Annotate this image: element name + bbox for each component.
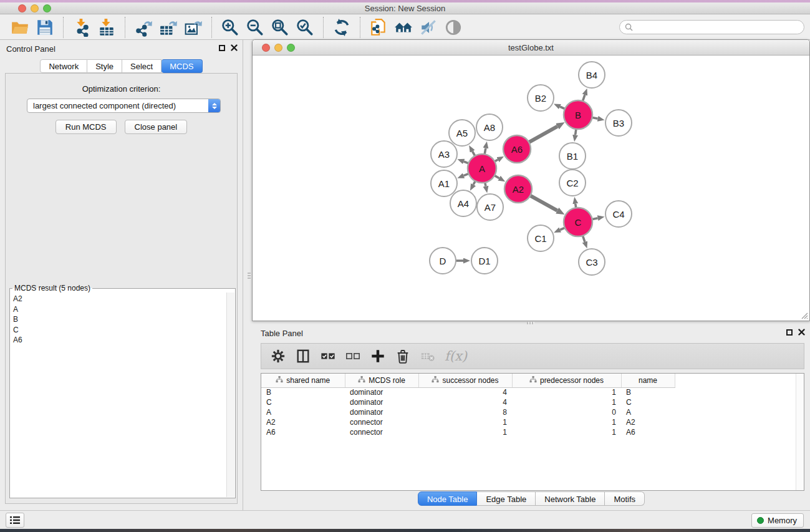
- tab-network-table[interactable]: Network Table: [536, 491, 605, 506]
- network-graph[interactable]: ABCA6A2A1A3A4A5A7A8B1B2B3B4C1C2C3C4DD1: [253, 56, 809, 321]
- node-C[interactable]: C: [564, 208, 592, 236]
- import-table-button[interactable]: [94, 16, 119, 39]
- node-C1[interactable]: C1: [528, 225, 554, 251]
- node-A6[interactable]: A6: [503, 135, 531, 163]
- cell-name[interactable]: B: [621, 387, 675, 397]
- node-B[interactable]: B: [564, 100, 592, 129]
- cell-shared-name[interactable]: B: [261, 387, 345, 397]
- cell-predecessor-nodes[interactable]: 1: [512, 427, 621, 437]
- result-list-scrollbar[interactable]: [226, 293, 234, 497]
- result-list-item[interactable]: C: [13, 325, 226, 336]
- minimize-window-button[interactable]: [31, 4, 39, 12]
- cell-shared-name[interactable]: A6: [261, 427, 345, 437]
- panel-divider-grip[interactable]: [248, 273, 251, 280]
- cell-shared-name[interactable]: A: [261, 407, 345, 417]
- node-C4[interactable]: C4: [605, 201, 632, 227]
- node-A8[interactable]: A8: [476, 114, 503, 140]
- cell-successor-nodes[interactable]: 4: [418, 387, 512, 397]
- node-A[interactable]: A: [468, 154, 496, 183]
- cell-name[interactable]: A6: [621, 427, 675, 437]
- node-B1[interactable]: B1: [559, 143, 586, 169]
- cell-MCDS-role[interactable]: dominator: [345, 407, 418, 417]
- edge-A2-C[interactable]: [529, 195, 557, 211]
- tab-node-table[interactable]: Node Table: [418, 491, 478, 506]
- titlebar[interactable]: Session: New Session: [0, 2, 810, 14]
- cell-predecessor-nodes[interactable]: 1: [512, 397, 621, 407]
- result-list-item[interactable]: A: [13, 304, 226, 315]
- tab-select[interactable]: Select: [122, 59, 162, 73]
- close-window-button[interactable]: [18, 4, 26, 12]
- zoom-fit-button[interactable]: [268, 16, 292, 39]
- zoom-in-button[interactable]: [218, 16, 243, 39]
- close-panel-icon[interactable]: [231, 44, 238, 51]
- run-mcds-button[interactable]: Run MCDS: [55, 120, 117, 134]
- table-row[interactable]: Bdominator41B: [261, 387, 804, 397]
- clone-network-button[interactable]: [366, 16, 391, 39]
- tab-style[interactable]: Style: [87, 59, 122, 73]
- tab-mcds[interactable]: MCDS: [162, 59, 202, 73]
- select-all-button[interactable]: [317, 346, 339, 367]
- float-panel-icon[interactable]: [786, 329, 793, 336]
- export-table-button[interactable]: [156, 16, 181, 39]
- node-B4[interactable]: B4: [579, 62, 605, 88]
- node-A1[interactable]: A1: [431, 170, 457, 196]
- result-list-item[interactable]: A6: [13, 335, 226, 346]
- optimization-criterion-dropdown[interactable]: largest connected component (directed): [27, 99, 221, 113]
- table-row[interactable]: Adominator80A: [261, 407, 804, 417]
- float-panel-icon[interactable]: [219, 45, 225, 51]
- refresh-button[interactable]: [329, 16, 354, 39]
- zoom-out-button[interactable]: [243, 16, 268, 39]
- tab-edge-table[interactable]: Edge Table: [477, 491, 536, 506]
- node-D[interactable]: D: [430, 248, 456, 274]
- network-window-titlebar[interactable]: testGlobe.txt: [253, 40, 809, 56]
- export-network-button[interactable]: [131, 16, 156, 39]
- open-session-button[interactable]: [7, 16, 32, 39]
- cell-successor-nodes[interactable]: 1: [418, 417, 512, 427]
- zoom-window-button[interactable]: [43, 4, 51, 12]
- node-B3[interactable]: B3: [605, 110, 632, 136]
- cell-predecessor-nodes[interactable]: 1: [512, 387, 621, 397]
- panel-menu-button[interactable]: [6, 513, 24, 528]
- table-row[interactable]: A6connector11A6: [261, 427, 804, 437]
- cell-MCDS-role[interactable]: connector: [345, 417, 418, 427]
- search-field[interactable]: [619, 20, 804, 34]
- cell-predecessor-nodes[interactable]: 0: [512, 407, 621, 417]
- dropdown-stepper-icon[interactable]: [208, 99, 220, 112]
- export-image-button[interactable]: [181, 16, 206, 39]
- column-header-MCDS-role[interactable]: MCDS role: [345, 374, 418, 387]
- table-row[interactable]: Cdominator41C: [261, 397, 804, 407]
- cell-successor-nodes[interactable]: 1: [418, 427, 512, 437]
- table-row[interactable]: A2connector11A2: [261, 417, 804, 427]
- edge-A6-B[interactable]: [528, 127, 557, 143]
- column-header-shared-name[interactable]: shared name: [261, 374, 345, 387]
- column-header-successor-nodes[interactable]: successor nodes: [418, 374, 512, 387]
- show-graphics-button[interactable]: [441, 16, 466, 39]
- cell-MCDS-role[interactable]: connector: [345, 427, 418, 437]
- zoom-selected-button[interactable]: [292, 16, 317, 39]
- cell-shared-name[interactable]: C: [261, 397, 345, 407]
- column-header-name[interactable]: name: [621, 374, 675, 387]
- cell-successor-nodes[interactable]: 8: [418, 407, 512, 417]
- close-panel-button[interactable]: Close panel: [125, 120, 188, 134]
- add-row-button[interactable]: [367, 346, 388, 367]
- tab-network[interactable]: Network: [40, 59, 87, 73]
- column-header-predecessor-nodes[interactable]: predecessor nodes: [512, 374, 621, 387]
- network-canvas[interactable]: ABCA6A2A1A3A4A5A7A8B1B2B3B4C1C2C3C4DD1: [253, 56, 809, 321]
- cell-name[interactable]: A2: [621, 417, 675, 427]
- result-list-item[interactable]: A2: [13, 294, 226, 304]
- node-table[interactable]: shared nameMCDS rolesuccessor nodesprede…: [261, 374, 804, 437]
- mcds-result-list[interactable]: A2ABCA6: [11, 293, 226, 497]
- import-network-button[interactable]: [69, 16, 94, 39]
- node-A2[interactable]: A2: [504, 175, 532, 203]
- cell-predecessor-nodes[interactable]: 1: [512, 417, 621, 427]
- cell-successor-nodes[interactable]: 4: [418, 397, 512, 407]
- network-close-button[interactable]: [262, 44, 270, 52]
- memory-button[interactable]: Memory: [751, 513, 804, 528]
- save-session-button[interactable]: [32, 16, 57, 39]
- table-settings-button[interactable]: [268, 346, 289, 367]
- node-C3[interactable]: C3: [579, 249, 605, 275]
- node-A7[interactable]: A7: [477, 194, 503, 220]
- cell-MCDS-role[interactable]: dominator: [345, 397, 418, 407]
- node-A5[interactable]: A5: [449, 120, 475, 146]
- network-minimize-button[interactable]: [274, 44, 282, 52]
